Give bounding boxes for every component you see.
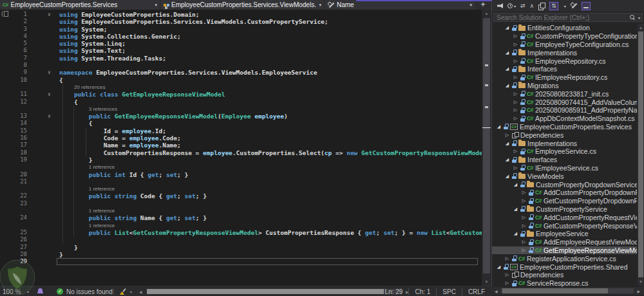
chevron-down-icon[interactable]: ▾ bbox=[130, 286, 132, 296]
code-line[interactable]: 11∨ public class GetEmployeeRepsonseView… bbox=[0, 91, 482, 98]
codelens-references[interactable]: 20 references bbox=[74, 84, 106, 91]
tree-item[interactable]: ▷C#IEmployeeService.cs bbox=[492, 164, 637, 172]
scroll-left-icon[interactable]: ◀ bbox=[139, 286, 142, 296]
issues-status[interactable]: No issues found bbox=[66, 286, 113, 296]
collapse-arrow-icon[interactable]: ▷ bbox=[513, 75, 518, 80]
collapse-arrow-icon[interactable]: ▷ bbox=[521, 190, 527, 195]
collapse-arrow-icon[interactable]: ▷ bbox=[513, 149, 518, 154]
collapse-arrow-icon[interactable]: ▷ bbox=[513, 100, 518, 105]
properties-wrench-icon[interactable] bbox=[571, 3, 577, 9]
collapse-arrow-icon[interactable]: ▷ bbox=[521, 215, 527, 220]
copy-files-icon[interactable] bbox=[538, 3, 545, 9]
tree-horizontal-scrollbar[interactable]: ◀ ▶ bbox=[492, 287, 644, 295]
collapse-arrow-icon[interactable]: ▷ bbox=[521, 248, 527, 253]
code-line[interactable]: 28} bbox=[0, 251, 482, 258]
tree-item[interactable]: ◢Implementations bbox=[492, 48, 637, 57]
spaces-indicator[interactable]: SPC bbox=[436, 288, 462, 295]
collapse-all-icon[interactable]: ∧ bbox=[530, 3, 535, 9]
code-line[interactable]: 24 public string Name { get; set; } bbox=[0, 214, 482, 221]
collapse-arrow-icon[interactable]: ▷ bbox=[521, 223, 527, 228]
fold-collapse-icon[interactable]: ∨ bbox=[48, 113, 54, 120]
tree-item[interactable]: ▷C#GetCustomPropertyDropdownResponseV bbox=[492, 197, 637, 205]
line-indicator[interactable]: Ln: 29 bbox=[379, 288, 409, 295]
collapse-arrow-icon[interactable]: ▷ bbox=[504, 256, 510, 261]
fold-collapse-icon[interactable]: ∨ bbox=[48, 69, 54, 76]
code-line[interactable]: 13∨ public GetEmployeeRepsonseViewModel(… bbox=[0, 113, 482, 120]
expand-arrow-icon[interactable]: ◢ bbox=[513, 231, 518, 236]
add-view-button[interactable]: + bbox=[477, 0, 489, 10]
line-ending-indicator[interactable]: CRLF bbox=[462, 288, 491, 295]
collapse-arrow-icon[interactable]: ▷ bbox=[513, 33, 518, 39]
search-icon[interactable] bbox=[629, 14, 636, 21]
tree-item[interactable]: ▷C#EmployeeService.cs bbox=[492, 147, 637, 156]
expand-arrow-icon[interactable]: ◢ bbox=[496, 124, 502, 129]
code-line[interactable]: 6using System.Text; bbox=[0, 47, 482, 54]
search-input[interactable] bbox=[494, 14, 629, 21]
chevron-down-icon[interactable]: ▾ bbox=[27, 286, 29, 296]
code-line[interactable]: 20 public int Id { get; set; } bbox=[0, 171, 482, 178]
scrollbar-thumb[interactable] bbox=[502, 288, 608, 293]
code-line[interactable]: 19 } bbox=[0, 156, 482, 163]
tree-item[interactable]: ▷C#20250809074415_AddValueColumntoCutomP bbox=[492, 98, 637, 106]
scroll-up-icon[interactable]: ▲ bbox=[482, 10, 491, 17]
scroll-down-icon[interactable]: ▼ bbox=[482, 278, 491, 286]
expand-arrow-icon[interactable]: ◢ bbox=[504, 50, 510, 55]
tree-item[interactable]: ▷C#RegisterApplicationService.cs bbox=[492, 254, 637, 263]
scrollbar-thumb[interactable] bbox=[147, 289, 384, 294]
type-dropdown[interactable]: EmployeeCustomProperties.Services.ViewMo… bbox=[161, 0, 324, 10]
collapse-arrow-icon[interactable]: ▷ bbox=[513, 165, 518, 171]
column-indicator[interactable]: Ch: 1 bbox=[408, 288, 436, 295]
tree-item[interactable]: ▷C#IEmployeeRepository.cs bbox=[492, 73, 637, 82]
expand-arrow-icon[interactable]: ◢ bbox=[513, 182, 518, 187]
collapse-arrow-icon[interactable]: ▷ bbox=[513, 42, 518, 47]
expand-arrow-icon[interactable]: ◢ bbox=[504, 25, 510, 30]
tree-item[interactable]: ▷C#GetEmployeeRepsonseViewModel.cs bbox=[492, 246, 637, 255]
code-line[interactable]: 23 bbox=[0, 200, 482, 207]
fold-collapse-icon[interactable]: ∨ bbox=[48, 91, 54, 98]
codelens-references[interactable]: 1 reference bbox=[89, 185, 115, 192]
tree-item[interactable]: ◢Interfaces bbox=[492, 156, 637, 164]
tree-item[interactable]: ▷C#CustomPropertyTypeConfiguration.cs bbox=[492, 32, 637, 41]
codelens-references[interactable]: 3 references bbox=[89, 106, 117, 113]
collapse-arrow-icon[interactable]: ▷ bbox=[504, 281, 510, 286]
codelens-references[interactable]: 1 reference bbox=[89, 163, 115, 171]
code-line[interactable]: 26 bbox=[0, 236, 482, 243]
code-line[interactable]: 29 bbox=[0, 258, 482, 265]
tree-item[interactable]: ◢EntitiesConfiguration bbox=[492, 24, 637, 32]
code-line[interactable]: 18 CustomPropertiesResponse = employee.C… bbox=[0, 149, 482, 156]
tree-item[interactable]: ▷C#AppDbContextModelSnapshot.cs bbox=[492, 115, 637, 123]
tree-vertical-scrollbar[interactable]: ▲ ▼ bbox=[638, 24, 644, 286]
tree-item[interactable]: ▷C#ServiceResponse.cs bbox=[492, 279, 637, 287]
tree-item[interactable]: ◢EmployeeService bbox=[492, 230, 637, 238]
expand-arrow-icon[interactable]: ◢ bbox=[504, 174, 510, 179]
code-line[interactable]: 15 Id = employee.Id; bbox=[0, 127, 482, 134]
code-line[interactable]: 4using System.Collections.Generic; bbox=[0, 33, 482, 40]
sync-with-active-document-icon[interactable]: ⇅ bbox=[549, 2, 558, 10]
tree-item[interactable]: ▷C#AddEmployeeRequestViewModel.cs bbox=[492, 238, 637, 246]
scroll-left-icon[interactable]: ◀ bbox=[495, 289, 498, 293]
tree-item[interactable]: ▷C#20250808233817_init.cs bbox=[492, 89, 637, 98]
tree-item[interactable]: ▷C#EmployeeRepository.cs bbox=[492, 57, 637, 65]
tree-item[interactable]: ▷C#EmployeeTypeConfiguration.cs bbox=[492, 41, 637, 49]
notification-bell-icon[interactable] bbox=[37, 288, 43, 295]
collapse-arrow-icon[interactable]: ▷ bbox=[513, 107, 518, 113]
tree-item[interactable]: ▷C#AddCustomPropertyDropdownRequestVi bbox=[492, 189, 637, 197]
code-line[interactable]: 10{ bbox=[0, 77, 482, 84]
tree-item[interactable]: ◢Migrations bbox=[492, 82, 637, 90]
collapse-arrow-icon[interactable]: ▷ bbox=[521, 198, 527, 203]
tree-item[interactable]: ◢C#EmployeeCustomProperties.Shared bbox=[492, 263, 637, 271]
expand-arrow-icon[interactable]: ◢ bbox=[513, 207, 518, 212]
project-dropdown[interactable]: C# EmployeeCustomProperties.Services ▾ bbox=[0, 0, 160, 10]
code-cleanup-icon[interactable] bbox=[120, 288, 127, 295]
codelens-references[interactable]: 1 reference bbox=[89, 207, 115, 214]
expand-arrow-icon[interactable]: ◢ bbox=[504, 83, 510, 88]
tree-item[interactable]: ◢CustomPropertyDropdownService bbox=[492, 180, 637, 189]
tree-item[interactable]: ◢ViewModels bbox=[492, 172, 637, 180]
code-line[interactable]: 16 Code = employee.Code; bbox=[0, 134, 482, 142]
code-line[interactable]: 17 Name = employee.Name; bbox=[0, 142, 482, 149]
code-line[interactable]: 22 public string Code { get; set; } bbox=[0, 192, 482, 199]
scrollbar-thumb[interactable] bbox=[483, 18, 490, 273]
code-line[interactable]: 2using EmployeeCustomProperties.Services… bbox=[0, 18, 482, 25]
zoom-level[interactable]: 100 % bbox=[3, 286, 21, 296]
tree-item[interactable]: ◢Interfaces bbox=[492, 65, 637, 73]
